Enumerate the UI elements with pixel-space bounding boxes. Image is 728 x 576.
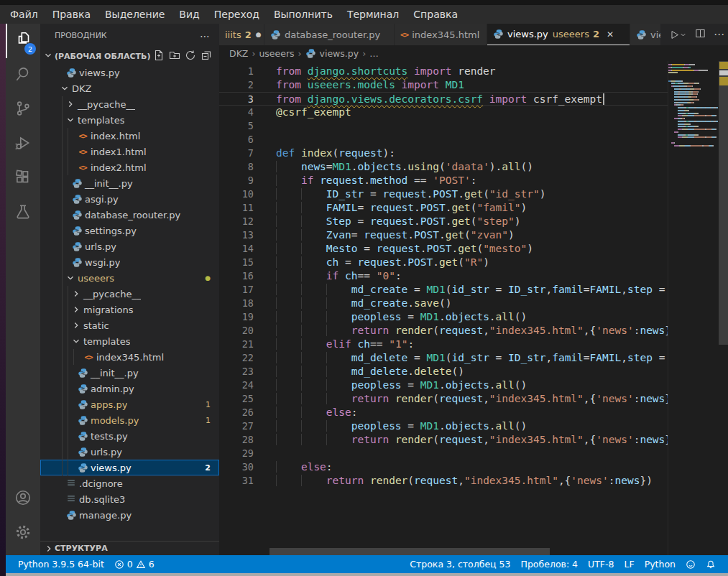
python-interpreter-status[interactable]: Python 3.9.5 64-bit — [13, 559, 109, 570]
minimap[interactable] — [668, 64, 719, 147]
code-line-25[interactable]: 25 return render(request,"index345.html"… — [219, 392, 668, 406]
code-line-29[interactable]: 29 — [219, 447, 668, 460]
code-line-27[interactable]: 27 peopless = MD1.objects.all() — [219, 419, 668, 433]
bell-icon[interactable] — [701, 559, 721, 570]
tree-item-manage.py[interactable]: manage.py — [40, 507, 219, 523]
code-line-28[interactable]: 28 return render(request,"index345.html"… — [219, 433, 668, 447]
close-icon[interactable]: ✕ — [607, 29, 614, 40]
explorer-activity-button[interactable]: 2 — [6, 24, 40, 58]
code-line-19[interactable]: 19 peopless = MD1.objects.all() — [219, 310, 668, 324]
menu-выделение[interactable]: Выделение — [98, 5, 172, 24]
code-line-26[interactable]: 26 else: — [219, 406, 668, 419]
code-line-21[interactable]: 21 elif ch== "1": — [219, 338, 668, 351]
explorer-more-actions-button[interactable]: ⋯ — [200, 30, 211, 42]
tree-item-templates[interactable]: templates — [40, 112, 219, 128]
new-folder-button[interactable] — [169, 50, 180, 63]
code-line-6[interactable]: 6 — [219, 133, 668, 147]
tree-item-DKZ[interactable]: DKZ — [40, 80, 219, 96]
code-line-18[interactable]: 18 md_create.save() — [219, 297, 668, 310]
menu-правка[interactable]: Правка — [45, 5, 98, 24]
tab-index345.html[interactable]: <>index345.html — [395, 24, 487, 45]
tree-item-database_roouter.py[interactable]: database_roouter.py — [40, 207, 219, 223]
refresh-button[interactable] — [185, 50, 196, 63]
code-line-12[interactable]: 12 Step = request.POST.get("step") — [219, 215, 668, 228]
menu-справка[interactable]: Справка — [406, 5, 465, 24]
split-editor-button[interactable] — [694, 27, 706, 42]
code-line-13[interactable]: 13 Zvan= request.POST.get("zvan") — [219, 228, 668, 242]
horizontal-scrollbar-thumb[interactable] — [269, 548, 550, 555]
line-number: 27 — [219, 419, 254, 433]
source-control-activity-button[interactable] — [6, 93, 40, 127]
tree-item-urls.py[interactable]: urls.py — [40, 238, 219, 254]
tree-item-asgi.py[interactable]: asgi.py — [40, 191, 219, 207]
code-line-10[interactable]: 10 ID_str = request.POST.get("id_str") — [219, 187, 668, 201]
tab-iiits[interactable]: iiits2● — [219, 24, 264, 45]
workspace-section-header[interactable]: (РАБОЧАЯ ОБЛАСТЬ) ... — [40, 47, 219, 65]
settings-button[interactable] — [6, 516, 40, 551]
code-line-7[interactable]: 7def index(request): — [219, 147, 668, 160]
problem-count-badge: 1 — [206, 416, 219, 425]
tree-item-db.sqlite3[interactable]: db.sqlite3 — [40, 491, 219, 507]
code-line-20[interactable]: 20 return render(request,"index345.html"… — [219, 324, 668, 338]
tab-views.py[interactable]: views.pyuseeers2✕ — [487, 24, 630, 45]
breadcrumb-item[interactable]: views.py — [320, 48, 359, 59]
code-line-3[interactable]: 3from django.views.decorators.csrf impor… — [219, 92, 668, 106]
language-mode-status[interactable]: Python — [640, 559, 681, 570]
account-button[interactable] — [6, 482, 40, 516]
code-line-24[interactable]: 24 peopless = MD1.objects.all() — [219, 378, 668, 392]
menu-выполнить[interactable]: Выполнить — [267, 5, 340, 24]
indentation-status[interactable]: Пробелов: 4 — [516, 559, 584, 570]
tree-item-views.py[interactable]: views.py — [40, 65, 219, 80]
menu-файл[interactable]: Файл — [3, 5, 45, 24]
code-line-2[interactable]: 2from useeers.models import MD1 — [219, 78, 668, 92]
code-line-14[interactable]: 14 Mesto = request.POST.get("mesto") — [219, 242, 668, 256]
tree-item-useeers[interactable]: useeers● — [40, 270, 219, 286]
breadcrumb-item[interactable]: useeers — [259, 48, 294, 59]
code-line-4[interactable]: 4@csrf_exempt — [219, 106, 668, 119]
feedback-icon[interactable] — [681, 559, 701, 570]
tree-item-__init__.py[interactable]: __init__.py — [40, 175, 219, 191]
encoding-status[interactable]: UTF-8 — [583, 559, 619, 570]
breadcrumb-item[interactable]: … — [369, 48, 379, 59]
vertical-scrollbar-thumb[interactable] — [719, 61, 728, 345]
cursor-position-status[interactable]: Строка 3, столбец 53 — [405, 559, 515, 570]
collapse-all-button[interactable] — [201, 50, 212, 63]
menu-переход[interactable]: Переход — [207, 5, 267, 24]
problems-status[interactable]: 0 6 — [109, 559, 160, 570]
code-line-8[interactable]: 8 news=MD1.objects.using('daata').all() — [219, 160, 668, 174]
run-button[interactable] — [668, 29, 687, 41]
code-editor[interactable]: 1from django.shortcuts import render2fro… — [219, 61, 728, 555]
new-file-button[interactable] — [153, 50, 165, 63]
tab-vie[interactable]: vie — [630, 24, 660, 45]
breadcrumb-item[interactable]: DKZ — [229, 48, 248, 59]
code-line-9[interactable]: 9 if request.method == 'POST': — [219, 174, 668, 187]
menu-вид[interactable]: Вид — [172, 5, 206, 24]
tree-item-.dcignore[interactable]: .dcignore — [40, 475, 219, 491]
search-activity-button[interactable] — [6, 58, 40, 93]
tree-item-wsgi.py[interactable]: wsgi.py — [40, 254, 219, 270]
tab-database_roouter.py[interactable]: database_roouter.py — [264, 24, 394, 45]
vertical-scrollbar[interactable] — [719, 61, 728, 548]
tree-item-settings.py[interactable]: settings.py — [40, 223, 219, 238]
code-line-15[interactable]: 15 ch = request.POST.get("R") — [219, 256, 668, 269]
code-line-30[interactable]: 30 else: — [219, 460, 668, 474]
code-line-22[interactable]: 22 md_delete = MD1(id_str = ID_str,famil… — [219, 351, 668, 365]
code-line-23[interactable]: 23 md_delete.delete() — [219, 365, 668, 378]
tree-item-__pycache__[interactable]: __pycache__ — [40, 96, 219, 112]
code-line-11[interactable]: 11 FAMIL= request.POST.get("famil") — [219, 201, 668, 215]
more-actions-icon[interactable]: ⋯ — [714, 28, 725, 41]
horizontal-scrollbar[interactable] — [219, 548, 668, 555]
code-line-16[interactable]: 16 if ch== "0": — [219, 269, 668, 283]
code-line-31[interactable]: 31 return render(request,"index345.html"… — [219, 474, 668, 488]
menu-терминал[interactable]: Терминал — [340, 5, 406, 24]
testing-activity-button[interactable] — [6, 196, 40, 231]
code-line-17[interactable]: 17 md_create = MD1(id_str = ID_str,famil… — [219, 283, 668, 297]
extensions-activity-button[interactable] — [6, 162, 40, 196]
line-number: 7 — [219, 147, 254, 160]
code-line-5[interactable]: 5 — [219, 119, 668, 133]
outline-section-header[interactable]: СТРУКТУРА — [40, 541, 219, 555]
run-debug-activity-button[interactable] — [6, 127, 40, 162]
eol-status[interactable]: LF — [619, 559, 640, 570]
code-line-1[interactable]: 1from django.shortcuts import render — [219, 65, 668, 78]
python-file-icon — [70, 210, 83, 220]
